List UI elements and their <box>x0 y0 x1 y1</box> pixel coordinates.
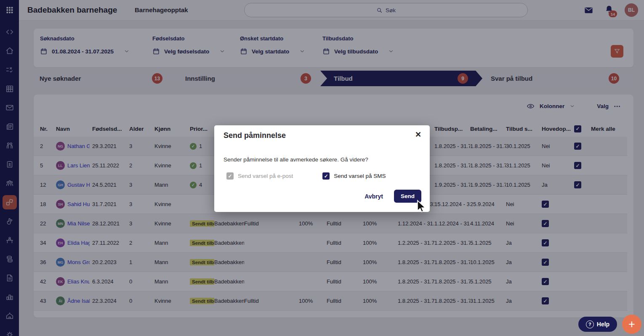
modal-message: Sender påminnelse til alle avmerkede søk… <box>224 156 368 163</box>
sms-checkbox[interactable]: ✓ <box>322 172 330 180</box>
mouse-cursor <box>414 199 427 215</box>
cancel-button[interactable]: Avbryt <box>365 193 383 200</box>
modal-title: Send påminnelse <box>224 131 286 140</box>
help-button[interactable]: ? Help <box>578 317 617 332</box>
plus-icon: + <box>628 318 635 331</box>
add-button[interactable]: + <box>622 315 641 334</box>
close-icon[interactable]: ✕ <box>415 130 421 139</box>
email-checkbox-label: Send varsel på e-post <box>238 173 293 179</box>
sms-checkbox-label: Send varsel på SMS <box>334 173 386 179</box>
question-mark-icon: ? <box>586 320 594 328</box>
email-checkbox-disabled: ✓ <box>226 172 234 180</box>
send-reminder-modal: Send påminnelse ✕ Sender påminnelse til … <box>214 125 430 212</box>
